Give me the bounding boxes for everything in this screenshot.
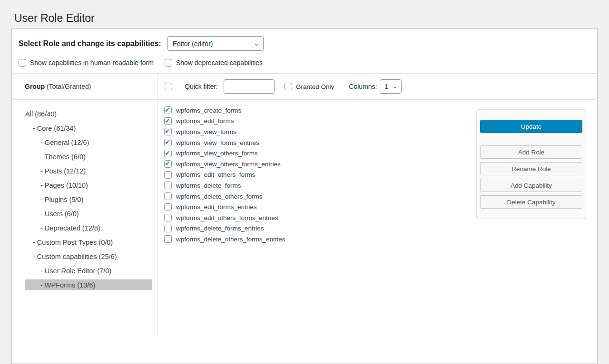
capabilities-column: ✔ Quick filter: ✔ Granted Only Columns: … — [157, 74, 597, 337]
group-item[interactable]: - Custom Post Types (0/0) — [25, 237, 152, 248]
capability-row[interactable]: ✔ wpforms_edit_forms_entries — [164, 201, 476, 212]
capability-checkbox[interactable] — [164, 171, 172, 179]
capability-row[interactable]: ✔ wpforms_view_forms — [164, 126, 476, 137]
capability-checkbox[interactable] — [164, 203, 172, 211]
capability-label: wpforms_view_others_forms — [176, 150, 258, 157]
capability-checkbox[interactable] — [164, 214, 172, 221]
rename-role-button[interactable]: Rename Role — [480, 162, 582, 175]
capability-checkbox-wrap: ✔ — [164, 150, 172, 157]
capability-row[interactable]: ✔ wpforms_delete_others_forms — [164, 191, 476, 202]
group-item-label: - Plugins (5/0) — [40, 196, 83, 203]
capability-label: wpforms_delete_others_forms_entries — [176, 236, 285, 243]
main-panel: Select Role and change its capabilities:… — [11, 29, 598, 364]
capability-checkbox-wrap: ✔ — [164, 225, 172, 232]
add-capability-button[interactable]: Add Capability — [480, 179, 582, 192]
secondary-actions: Add RoleRename RoleAdd CapabilityDelete … — [480, 145, 582, 209]
granted-only-checkbox-wrap: ✔ — [285, 83, 292, 90]
capability-label: wpforms_delete_forms — [176, 182, 241, 189]
capability-row[interactable]: ✔ wpforms_edit_forms — [164, 116, 476, 127]
groups-column: Group (Total/Granted) All (86/40) - Core… — [12, 74, 157, 337]
update-button[interactable]: Update — [480, 120, 582, 133]
capability-row[interactable]: ✔ wpforms_edit_others_forms_entries — [164, 212, 476, 223]
group-item-label: - WPForms (13/6) — [40, 281, 95, 289]
capability-row[interactable]: ✔ wpforms_view_others_forms — [164, 148, 476, 159]
capability-checkbox-wrap: ✔ — [164, 139, 172, 146]
role-select-wrap: Editor (editor) ⌄ — [167, 36, 264, 51]
capability-label: wpforms_edit_forms_entries — [176, 203, 257, 211]
deprecated-option[interactable]: ✔ Show deprecated capabilities — [165, 59, 263, 67]
group-item[interactable]: - Posts (12/12) — [25, 165, 152, 176]
human-readable-option[interactable]: ✔ Show capabilities in human readable fo… — [19, 59, 154, 67]
group-item[interactable]: - Pages (10/10) — [25, 180, 152, 191]
capability-row[interactable]: ✔ wpforms_delete_forms — [164, 180, 476, 191]
group-item[interactable]: - Custom capabilities (25/6) — [25, 251, 152, 262]
group-item-label: - Pages (10/10) — [40, 182, 88, 189]
divider — [480, 140, 582, 140]
capability-checkbox[interactable] — [164, 139, 172, 146]
delete-capability-button[interactable]: Delete Capability — [480, 195, 582, 209]
quick-filter-label: Quick filter: — [185, 83, 218, 90]
group-item[interactable]: - Users (6/0) — [25, 208, 152, 219]
capability-label: wpforms_view_forms_entries — [176, 139, 259, 146]
deprecated-checkbox[interactable] — [165, 59, 172, 67]
capability-label: wpforms_edit_forms — [176, 117, 234, 125]
capability-checkbox[interactable] — [164, 235, 172, 243]
capability-checkbox-wrap: ✔ — [164, 117, 172, 125]
add-role-button[interactable]: Add Role — [480, 145, 582, 159]
role-selector-label: Select Role and change its capabilities: — [19, 39, 161, 48]
group-item-label: - Custom capabilities (25/6) — [33, 253, 117, 260]
capability-checkbox-wrap: ✔ — [164, 192, 172, 200]
group-item-label: - Themes (6/0) — [40, 153, 86, 161]
options-row: ✔ Show capabilities in human readable fo… — [19, 59, 590, 73]
granted-only-label[interactable]: Granted Only — [296, 83, 334, 90]
group-item[interactable]: - WPForms (13/6) — [25, 279, 152, 290]
deprecated-checkbox-wrap: ✔ — [165, 59, 172, 67]
capability-checkbox-wrap: ✔ — [164, 160, 172, 168]
capability-row[interactable]: ✔ wpforms_delete_forms_entries — [164, 223, 476, 234]
group-item[interactable]: - Plugins (5/0) — [25, 194, 152, 205]
capability-checkbox[interactable] — [164, 106, 172, 114]
columns-select[interactable]: 1 — [380, 79, 402, 94]
group-item[interactable]: All (86/40) — [25, 108, 152, 119]
group-item[interactable]: - Core (61/34) — [25, 123, 152, 134]
role-select[interactable]: Editor (editor) — [167, 36, 264, 51]
group-header: Group (Total/Granted) — [12, 74, 157, 100]
capability-label: wpforms_delete_forms_entries — [176, 225, 264, 232]
capability-checkbox[interactable] — [164, 182, 172, 189]
capability-checkbox[interactable] — [164, 192, 172, 200]
capability-row[interactable]: ✔ wpforms_edit_others_forms — [164, 170, 476, 181]
capability-checkbox[interactable] — [164, 128, 172, 135]
group-item-label: - Posts (12/12) — [40, 167, 86, 175]
capability-row[interactable]: ✔ wpforms_create_forms — [164, 105, 476, 116]
group-item[interactable]: - General (12/6) — [25, 137, 152, 148]
capability-checkbox[interactable] — [164, 225, 172, 232]
actions-panel: Update Add RoleRename RoleAdd Capability… — [476, 109, 586, 219]
quick-filter-input[interactable] — [224, 79, 275, 94]
capability-checkbox[interactable] — [164, 150, 172, 157]
group-item-label: - Users (6/0) — [40, 210, 79, 218]
human-readable-checkbox[interactable] — [19, 59, 26, 67]
capabilities-content: ✔ wpforms_create_forms ✔ wpforms_edit_fo… — [157, 100, 597, 337]
capability-checkbox-wrap: ✔ — [164, 203, 172, 211]
granted-only-checkbox[interactable] — [285, 83, 292, 90]
capability-checkbox[interactable] — [164, 117, 172, 125]
capability-checkbox-wrap: ✔ — [164, 171, 172, 179]
group-item[interactable]: - Themes (6/0) — [25, 151, 152, 162]
capability-label: wpforms_view_others_forms_entries — [176, 161, 281, 168]
group-item[interactable]: - Deprecated (12/8) — [25, 222, 152, 233]
group-item[interactable]: - User Role Editor (7/0) — [25, 265, 152, 276]
capability-checkbox-wrap: ✔ — [164, 182, 172, 189]
capability-row[interactable]: ✔ wpforms_view_forms_entries — [164, 137, 476, 148]
deprecated-label: Show deprecated capabilities — [176, 59, 263, 67]
select-all-checkbox[interactable] — [165, 83, 172, 90]
capability-row[interactable]: ✔ wpforms_delete_others_forms_entries — [164, 234, 476, 245]
capability-row[interactable]: ✔ wpforms_view_others_forms_entries — [164, 159, 476, 170]
group-header-suffix: (Total/Granted) — [47, 83, 91, 90]
filter-bar: ✔ Quick filter: ✔ Granted Only Columns: … — [157, 74, 597, 100]
capability-checkbox[interactable] — [164, 160, 172, 168]
capability-checkbox-wrap: ✔ — [164, 106, 172, 114]
capability-label: wpforms_create_forms — [176, 107, 241, 114]
capabilities-list: ✔ wpforms_create_forms ✔ wpforms_edit_fo… — [157, 100, 476, 337]
human-readable-label: Show capabilities in human readable form — [30, 59, 154, 67]
capability-label: wpforms_edit_others_forms_entries — [176, 214, 278, 221]
